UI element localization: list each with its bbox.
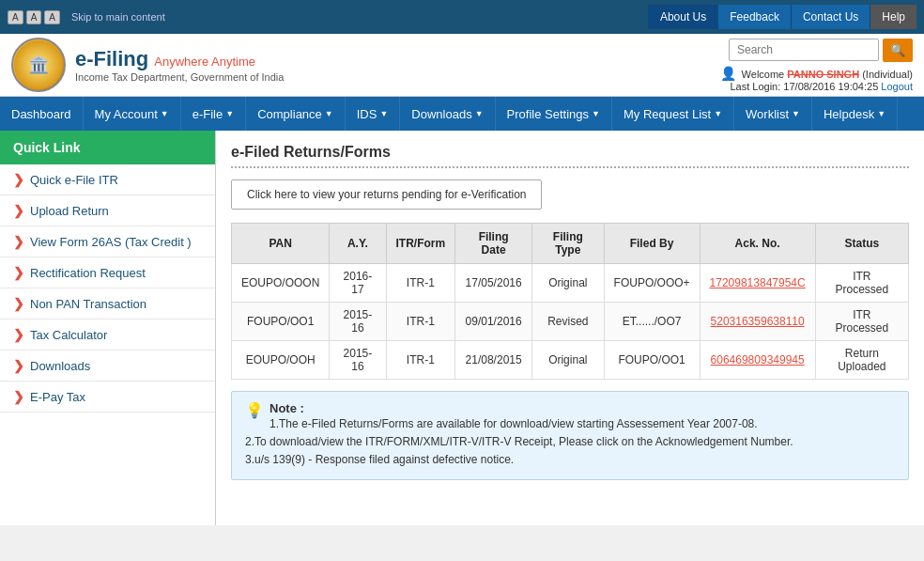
sidebar-item-rectification[interactable]: ❯ Rectification Request — [0, 257, 215, 288]
ack-link-2[interactable]: 606469809349945 — [711, 353, 805, 366]
cell-status-0: ITR Processed — [815, 264, 908, 303]
brand-name: e-Filing Anywhere Anytime — [75, 47, 284, 71]
col-pan: PAN — [232, 224, 330, 264]
nav-compliance[interactable]: Compliance ▼ — [246, 97, 346, 131]
font-small-btn[interactable]: A — [8, 10, 23, 24]
cell-ack-1[interactable]: 520316359638110 — [700, 303, 815, 341]
help-btn[interactable]: Help — [870, 5, 916, 29]
sidebar-item-form26as[interactable]: ❯ View Form 26AS (Tax Credit ) — [0, 226, 215, 257]
logo: 🏛️ — [11, 38, 66, 92]
nav-profile-arrow: ▼ — [592, 109, 600, 118]
note-box: 💡 Note : 1.The e-Filed Returns/Forms are… — [231, 391, 909, 480]
font-medium-btn[interactable]: A — [26, 10, 42, 24]
sidebar-arrow-5: ❯ — [13, 327, 24, 342]
sidebar-arrow-7: ❯ — [13, 389, 24, 404]
nav-efile[interactable]: e-File ▼ — [181, 97, 246, 131]
logo-inner: 🏛️ — [14, 40, 63, 89]
nav-efile-arrow: ▼ — [225, 109, 234, 118]
brand-text: e-Filing Anywhere Anytime Income Tax Dep… — [75, 47, 284, 83]
verification-button[interactable]: Click here to view your returns pending … — [231, 179, 542, 210]
logout-link[interactable]: Logout — [881, 81, 913, 92]
brand-sub: Income Tax Department, Government of Ind… — [75, 71, 284, 83]
nav-profile-settings[interactable]: Profile Settings ▼ — [496, 97, 612, 131]
header-right: 🔍 👤 Welcome PANNO SINGH (Individual) Las… — [720, 39, 913, 92]
cell-itr-1: ITR-1 — [386, 303, 455, 341]
sidebar-arrow-6: ❯ — [13, 358, 24, 373]
sidebar-item-quick-efile[interactable]: ❯ Quick e-File ITR — [0, 164, 215, 195]
table-row: EOUPO/OOH 2015-16 ITR-1 21/08/2015 Origi… — [232, 341, 909, 380]
sidebar-item-upload-return[interactable]: ❯ Upload Return — [0, 195, 215, 226]
content-area: e-Filed Returns/Forms Click here to view… — [216, 131, 924, 525]
search-input[interactable] — [729, 39, 879, 61]
cell-status-1: ITR Processed — [815, 303, 908, 341]
col-itr-form: ITR/Form — [386, 224, 455, 264]
cell-ack-0[interactable]: 17209813847954C — [700, 264, 815, 303]
note-line-1: 2.To download/view the ITR/FORM/XML/ITR-… — [245, 433, 895, 451]
cell-filedby-0: FOUPO/OOO+ — [604, 264, 700, 303]
nav-my-account[interactable]: My Account ▼ — [84, 97, 181, 131]
top-bar: A A A Skip to main content About Us Feed… — [0, 0, 924, 34]
header-brand: 🏛️ e-Filing Anywhere Anytime Income Tax … — [11, 38, 284, 92]
cell-date-1: 09/01/2016 — [455, 303, 532, 341]
nav-compliance-arrow: ▼ — [325, 109, 333, 118]
navbar: Dashboard My Account ▼ e-File ▼ Complian… — [0, 97, 924, 131]
cell-ack-2[interactable]: 606469809349945 — [700, 341, 815, 380]
search-row: 🔍 — [729, 39, 913, 62]
user-icon: 👤 — [720, 66, 736, 81]
col-filed-by: Filed By — [604, 224, 700, 264]
note-line-2: 3.u/s 139(9) - Response filed against de… — [245, 451, 895, 469]
col-status: Status — [815, 224, 908, 264]
sidebar-item-epay[interactable]: ❯ E-Pay Tax — [0, 382, 215, 413]
search-button[interactable]: 🔍 — [883, 39, 913, 62]
about-us-btn[interactable]: About Us — [648, 5, 717, 29]
sidebar-item-non-pan[interactable]: ❯ Non PAN Transaction — [0, 288, 215, 319]
cell-pan-1: FOUPO/OO1 — [232, 303, 330, 341]
skip-link[interactable]: Skip to main content — [71, 11, 165, 23]
nav-downloads-arrow: ▼ — [475, 109, 484, 118]
header: 🏛️ e-Filing Anywhere Anytime Income Tax … — [0, 34, 924, 97]
nav-request-arrow: ▼ — [714, 109, 722, 118]
sidebar-arrow-1: ❯ — [13, 203, 24, 218]
sidebar-arrow-3: ❯ — [13, 265, 24, 280]
nav-my-account-arrow: ▼ — [161, 109, 169, 118]
nav-ids-arrow: ▼ — [379, 109, 388, 118]
nav-dashboard[interactable]: Dashboard — [0, 97, 84, 131]
cell-type-2: Original — [532, 341, 604, 380]
contact-us-btn[interactable]: Contact Us — [791, 5, 870, 29]
feedback-btn[interactable]: Feedback — [717, 5, 791, 29]
nav-worklist[interactable]: Worklist ▼ — [734, 97, 812, 131]
returns-table: PAN A.Y. ITR/Form Filing Date Filing Typ… — [231, 223, 909, 380]
font-large-btn[interactable]: A — [44, 10, 60, 24]
cell-date-2: 21/08/2015 — [455, 341, 532, 380]
sidebar-arrow-4: ❯ — [13, 296, 24, 311]
cell-ay-1: 2015-16 — [330, 303, 386, 341]
nav-my-request-list[interactable]: My Request List ▼ — [612, 97, 734, 131]
cell-ay-0: 2016-17 — [330, 264, 386, 303]
cell-pan-0: EOUPO/OOON — [232, 264, 330, 303]
sidebar-item-tax-calculator[interactable]: ❯ Tax Calculator — [0, 319, 215, 351]
nav-helpdesk[interactable]: Helpdesk ▼ — [812, 97, 898, 131]
cell-itr-0: ITR-1 — [386, 264, 455, 303]
sidebar-item-downloads[interactable]: ❯ Downloads — [0, 351, 215, 382]
table-row: EOUPO/OOON 2016-17 ITR-1 17/05/2016 Orig… — [232, 264, 909, 303]
sidebar: Quick Link ❯ Quick e-File ITR ❯ Upload R… — [0, 131, 216, 525]
ack-link-1[interactable]: 520316359638110 — [711, 315, 805, 328]
cell-type-0: Original — [532, 264, 604, 303]
ack-link-0[interactable]: 17209813847954C — [710, 276, 806, 289]
col-ack-no: Ack. No. — [700, 224, 815, 264]
accessibility-buttons: A A A — [8, 10, 60, 24]
nav-helpdesk-arrow: ▼ — [877, 109, 886, 118]
nav-worklist-arrow: ▼ — [792, 109, 800, 118]
page-title: e-Filed Returns/Forms — [231, 144, 909, 168]
col-ay: A.Y. — [330, 224, 386, 264]
brand-tagline: Anywhere Anytime — [154, 55, 255, 69]
nav-downloads[interactable]: Downloads ▼ — [400, 97, 495, 131]
note-lines: 1.The e-Filed Returns/Forms are availabl… — [245, 415, 895, 470]
sidebar-item-label-5: Tax Calculator — [30, 328, 107, 342]
sidebar-item-label-2: View Form 26AS (Tax Credit ) — [30, 235, 192, 249]
username: PANNO SINGH — [787, 69, 859, 80]
sidebar-arrow-2: ❯ — [13, 234, 24, 249]
nav-ids[interactable]: IDS ▼ — [346, 97, 401, 131]
cell-type-1: Revised — [532, 303, 604, 341]
top-bar-left: A A A Skip to main content — [8, 10, 165, 24]
